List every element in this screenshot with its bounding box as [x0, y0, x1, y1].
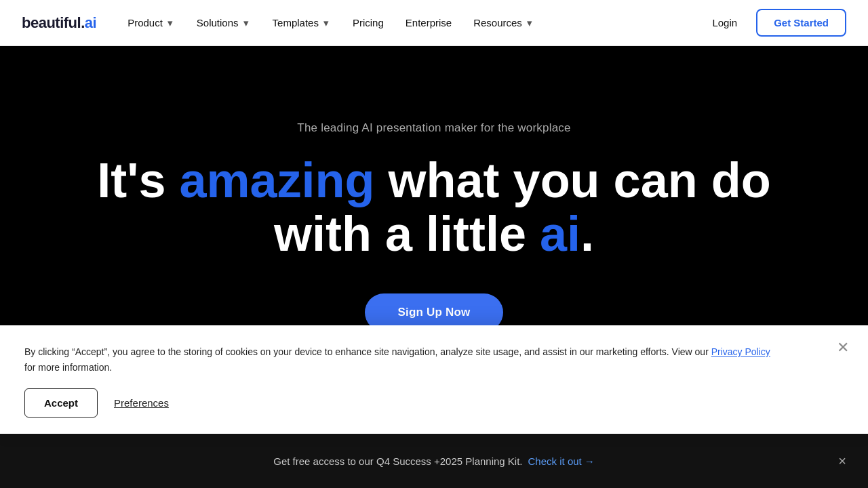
navbar: beautiful.ai Product ▾ Solutions ▾ Templ…	[0, 0, 868, 46]
logo[interactable]: beautiful.ai	[22, 14, 96, 32]
bottom-banner-close-button[interactable]: ×	[838, 454, 846, 468]
nav-item-solutions-label: Solutions	[197, 17, 239, 28]
check-it-out-link[interactable]: Check it out →	[528, 455, 595, 467]
cookie-banner: ✕ By clicking “Accept”, you agree to the…	[0, 325, 868, 434]
cookie-text: By clicking “Accept”, you agree to the s…	[24, 344, 770, 375]
cookie-accept-button[interactable]: Accept	[24, 388, 98, 418]
privacy-policy-label: Privacy Policy	[711, 346, 770, 357]
cookie-preferences-button[interactable]: Preferences	[114, 397, 169, 409]
headline-amazing: amazing	[180, 153, 375, 207]
nav-item-enterprise[interactable]: Enterprise	[396, 12, 461, 34]
headline-ai: ai	[540, 207, 580, 261]
nav-item-templates-label: Templates	[273, 17, 319, 28]
check-it-out-label: Check it out	[528, 455, 582, 467]
chevron-down-icon: ▾	[525, 18, 534, 28]
cookie-close-button[interactable]: ✕	[837, 339, 849, 357]
headline-period: .	[580, 207, 594, 261]
nav-item-templates[interactable]: Templates ▾	[263, 12, 340, 34]
logo-text: beautiful.ai	[22, 14, 96, 32]
cookie-text-start: By clicking “Accept”, you agree to the s…	[24, 346, 711, 357]
headline-text-2: what you can do	[375, 153, 771, 207]
nav-item-resources[interactable]: Resources ▾	[464, 12, 544, 34]
hero-subtitle: The leading AI presentation maker for th…	[297, 121, 570, 135]
nav-actions: Login Get Started	[704, 9, 846, 37]
nav-item-product[interactable]: Product ▾	[118, 12, 184, 34]
nav-item-pricing-label: Pricing	[353, 17, 384, 28]
headline-text-1: It's	[97, 153, 179, 207]
nav-items: Product ▾ Solutions ▾ Templates ▾ Pricin…	[118, 12, 704, 34]
cookie-text-end: for more information.	[24, 362, 112, 373]
nav-item-solutions[interactable]: Solutions ▾	[187, 12, 260, 34]
nav-item-product-label: Product	[127, 17, 163, 28]
nav-item-resources-label: Resources	[473, 17, 522, 28]
bottom-banner-text: Get free access to our Q4 Success +2025 …	[273, 455, 522, 467]
get-started-button[interactable]: Get Started	[756, 9, 846, 37]
login-link[interactable]: Login	[704, 12, 745, 34]
headline-text-3: with a little	[274, 207, 540, 261]
cookie-actions: Accept Preferences	[24, 388, 844, 418]
nav-item-enterprise-label: Enterprise	[406, 17, 452, 28]
chevron-down-icon: ▾	[321, 18, 331, 28]
chevron-down-icon: ▾	[241, 18, 251, 28]
chevron-down-icon: ▾	[165, 18, 175, 28]
privacy-policy-link[interactable]: Privacy Policy	[711, 346, 770, 357]
hero-headline: It's amazing what you can do with a litt…	[97, 154, 770, 261]
nav-item-pricing[interactable]: Pricing	[343, 12, 393, 34]
arrow-icon: →	[585, 455, 595, 467]
bottom-banner: Get free access to our Q4 Success +2025 …	[0, 434, 868, 488]
